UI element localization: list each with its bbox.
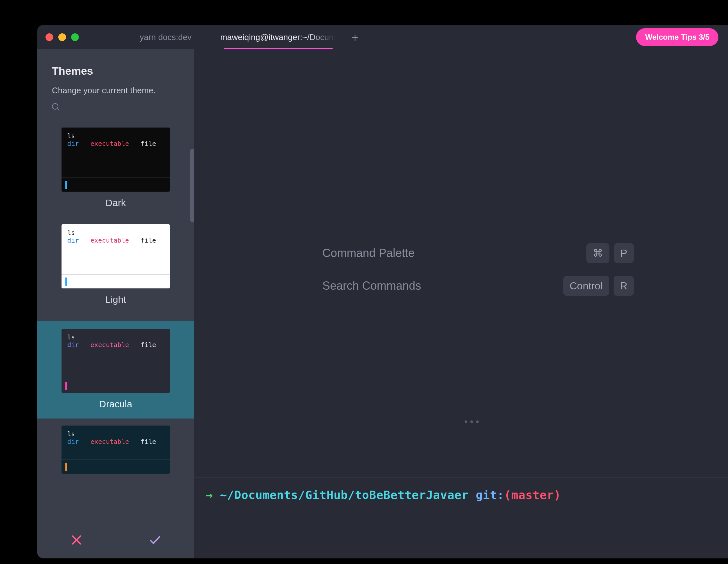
cursor-icon: [65, 181, 67, 189]
prompt-close-paren: ): [554, 488, 561, 502]
prompt-arrow-icon: →: [206, 488, 220, 502]
cursor-icon: [65, 278, 67, 286]
check-icon: [148, 533, 162, 547]
tab-strip: yarn docs:dev maweiqing@itwanger:~/Docum…: [120, 25, 365, 49]
key-cmd: ⌘: [586, 243, 609, 263]
hint-command-palette: Command Palette ⌘ P: [322, 243, 634, 263]
sidebar-actions: [37, 521, 194, 558]
theme-card-dark[interactable]: ls dir executable file Dark: [52, 128, 179, 217]
theme-card-light[interactable]: ls dir executable file Light: [52, 224, 179, 314]
cursor-icon: [65, 382, 67, 390]
prompt-path: ~/Documents/GitHub/toBeBetterJavaer: [220, 488, 468, 502]
theme-preview: ls dir executable file: [62, 128, 170, 192]
traffic-lights: [45, 33, 79, 41]
cursor-icon: [65, 463, 67, 471]
keyboard-hints: Command Palette ⌘ P Search Commands Cont…: [322, 243, 634, 296]
preview-exe: executable: [90, 341, 129, 349]
theme-name: Dracula: [52, 393, 179, 419]
tips-label: Welcome Tips 3/5: [645, 33, 709, 41]
preview-ls: ls: [67, 430, 164, 438]
new-tab-button[interactable]: ＋: [345, 25, 365, 49]
tab-label: yarn docs:dev: [140, 32, 192, 42]
theme-list[interactable]: ls dir executable file Dark: [37, 115, 194, 521]
key-r: R: [614, 276, 634, 296]
sidebar-subtitle: Change your current theme.: [52, 86, 179, 95]
terminal-pane[interactable]: Command Palette ⌘ P Search Commands Cont…: [194, 49, 728, 558]
hint-label: Search Commands: [322, 279, 421, 293]
hint-keys: ⌘ P: [586, 243, 634, 263]
preview-file: file: [141, 236, 156, 244]
titlebar: yarn docs:dev maweiqing@itwanger:~/Docum…: [37, 25, 728, 49]
cancel-button[interactable]: [69, 532, 85, 548]
preview-ls: ls: [67, 333, 164, 341]
welcome-tips-pill[interactable]: Welcome Tips 3/5: [636, 28, 718, 46]
prompt-branch: master: [511, 488, 554, 502]
preview-exe: executable: [90, 140, 129, 147]
plus-icon: ＋: [349, 29, 361, 45]
sidebar-title: Themes: [52, 65, 179, 77]
theme-search-input[interactable]: [52, 103, 179, 112]
hint-keys: Control R: [563, 276, 634, 296]
tab-label: maweiqing@itwanger:~/Docum: [220, 32, 336, 42]
preview-dir: dir: [67, 140, 79, 147]
hint-search-commands: Search Commands Control R: [322, 276, 634, 296]
themes-sidebar: Themes Change your current theme. ls dir: [37, 49, 194, 558]
preview-dir: dir: [67, 341, 79, 349]
hint-label: Command Palette: [322, 246, 415, 260]
tab-terminal-session[interactable]: maweiqing@itwanger:~/Docum: [211, 25, 345, 49]
theme-preview: ls dir executable file: [62, 224, 170, 288]
preview-dir: dir: [67, 438, 79, 445]
tab-yarn-docs[interactable]: yarn docs:dev: [120, 25, 211, 49]
preview-dir: dir: [67, 236, 79, 244]
preview-ls: ls: [67, 132, 164, 140]
preview-ls: ls: [67, 229, 164, 236]
search-icon: [52, 103, 58, 110]
preview-exe: executable: [90, 438, 129, 445]
theme-name: Light: [52, 288, 179, 314]
preview-exe: executable: [90, 236, 129, 244]
key-p: P: [614, 243, 634, 263]
minimize-icon[interactable]: [58, 33, 66, 41]
maximize-icon[interactable]: [71, 33, 79, 41]
theme-name: Dark: [52, 192, 179, 217]
prompt-input-area[interactable]: → ~/Documents/GitHub/toBeBetterJavaer gi…: [194, 477, 728, 548]
close-icon: [70, 533, 83, 547]
theme-card-next[interactable]: ls dir executable file: [52, 426, 179, 474]
theme-card-dracula[interactable]: ls dir executable file Dracula: [37, 321, 194, 419]
theme-preview: ls dir executable file: [62, 426, 170, 474]
theme-preview: ls dir executable file: [62, 329, 170, 393]
ellipsis-icon: [465, 420, 479, 423]
preview-file: file: [141, 438, 156, 445]
close-icon[interactable]: [45, 33, 53, 41]
confirm-button[interactable]: [147, 532, 163, 548]
prompt-git-label: git:: [476, 488, 504, 502]
key-control: Control: [563, 276, 609, 296]
preview-file: file: [141, 140, 156, 147]
preview-file: file: [141, 341, 156, 349]
app-window: yarn docs:dev maweiqing@itwanger:~/Docum…: [37, 25, 728, 558]
prompt-open-paren: (: [504, 488, 511, 502]
